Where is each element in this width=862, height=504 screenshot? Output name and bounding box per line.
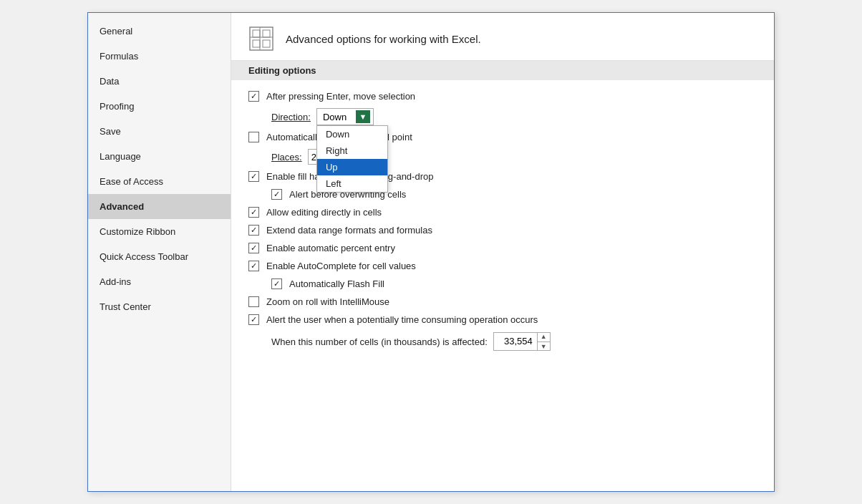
sidebar-item-add-ins[interactable]: Add-ins	[88, 269, 231, 294]
checkmark-enable-percent: ✓	[251, 244, 257, 252]
checkmark-flash-fill: ✓	[273, 280, 280, 288]
spinner-down[interactable]: ▼	[538, 342, 550, 352]
checkbox-enable-fill[interactable]: ✓	[248, 171, 259, 182]
option-enable-percent-row: ✓ Enable automatic percent entry	[248, 239, 757, 257]
page-title: Advanced options for working with Excel.	[286, 33, 481, 45]
direction-option-down[interactable]: Down	[317, 126, 387, 142]
spinner-up[interactable]: ▲	[538, 332, 550, 342]
checkbox-alert-time[interactable]: ✓	[248, 314, 259, 325]
direction-dropdown-menu: Down Right Up Left	[316, 125, 388, 193]
svg-rect-1	[253, 30, 260, 37]
label-allow-editing: Allow editing directly in cells	[266, 207, 382, 218]
svg-rect-4	[263, 40, 270, 47]
direction-label: Direction:	[271, 112, 311, 122]
checkmark-alert-time: ✓	[251, 316, 257, 324]
checkmark-autocomplete: ✓	[251, 262, 257, 270]
checkmark-alert-overwrite: ✓	[273, 190, 280, 198]
main-content: Editing options ✓ After pressing Enter, …	[231, 61, 774, 491]
checkbox-enable-percent[interactable]: ✓	[248, 243, 259, 253]
excel-options-dialog: General Formulas Data Proofing Save Lang…	[87, 12, 775, 492]
option-flash-fill-row: ✓ Automatically Flash Fill	[248, 275, 757, 293]
cells-affected-value: 33,554	[494, 332, 537, 351]
sidebar-item-customize-ribbon[interactable]: Customize Ribbon	[88, 219, 231, 244]
section-editing-options-header: Editing options	[231, 61, 774, 80]
direction-row: Direction: Down ▼ Down Right Up Left	[248, 105, 757, 128]
checkmark-enable-fill: ✓	[251, 173, 257, 180]
sidebar-item-advanced[interactable]: Advanced	[88, 194, 231, 219]
label-extend-formats: Extend data range formats and formulas	[266, 225, 432, 236]
sidebar-item-save[interactable]: Save	[88, 119, 231, 144]
checkbox-after-enter[interactable]: ✓	[248, 91, 259, 102]
svg-rect-3	[253, 40, 260, 47]
option-allow-editing-row: ✓ Allow editing directly in cells	[248, 203, 757, 221]
main-panel: Advanced options for working with Excel.…	[231, 13, 774, 491]
option-extend-formats-row: ✓ Extend data range formats and formulas	[248, 221, 757, 239]
sidebar-item-quick-access-toolbar[interactable]: Quick Access Toolbar	[88, 244, 231, 269]
direction-dropdown-button[interactable]: Down ▼	[316, 108, 374, 125]
options-area: ✓ After pressing Enter, move selection D…	[231, 87, 774, 354]
cells-affected-spinners: ▲ ▼	[537, 332, 550, 351]
option-autocomplete-row: ✓ Enable AutoComplete for cell values	[248, 257, 757, 275]
checkbox-extend-formats[interactable]: ✓	[248, 225, 259, 236]
direction-option-right[interactable]: Right	[317, 142, 387, 159]
cells-affected-row: When this number of cells (in thousands)…	[248, 329, 757, 354]
svg-rect-0	[250, 27, 273, 50]
checkbox-alert-overwrite[interactable]: ✓	[271, 189, 282, 200]
direction-dropdown-arrow[interactable]: ▼	[356, 110, 370, 123]
sidebar-item-formulas[interactable]: Formulas	[88, 44, 231, 69]
sidebar-item-proofing[interactable]: Proofing	[88, 94, 231, 119]
checkbox-auto-decimal[interactable]	[248, 132, 259, 142]
places-label: Places:	[271, 152, 302, 163]
checkbox-autocomplete[interactable]: ✓	[248, 261, 259, 271]
label-after-enter: After pressing Enter, move selection	[266, 91, 415, 102]
checkbox-allow-editing[interactable]: ✓	[248, 207, 259, 218]
option-alert-time-row: ✓ Alert the user when a potentially time…	[248, 311, 757, 329]
sidebar-item-language[interactable]: Language	[88, 144, 231, 169]
checkbox-zoom-roll[interactable]	[248, 296, 259, 307]
sidebar: General Formulas Data Proofing Save Lang…	[88, 13, 231, 491]
checkmark-allow-editing: ✓	[251, 208, 257, 216]
cells-affected-label: When this number of cells (in thousands)…	[271, 336, 488, 347]
label-enable-percent: Enable automatic percent entry	[266, 243, 395, 253]
sidebar-item-data[interactable]: Data	[88, 69, 231, 94]
main-header: Advanced options for working with Excel.	[231, 13, 774, 61]
label-autocomplete: Enable AutoComplete for cell values	[266, 261, 416, 271]
sidebar-item-ease-of-access[interactable]: Ease of Access	[88, 169, 231, 194]
label-zoom-roll: Zoom on roll with IntelliMouse	[266, 296, 389, 307]
option-after-enter-row: ✓ After pressing Enter, move selection	[248, 87, 757, 105]
svg-rect-2	[263, 30, 270, 37]
checkmark-extend-formats: ✓	[251, 226, 257, 234]
sidebar-item-trust-center[interactable]: Trust Center	[88, 294, 231, 319]
checkbox-flash-fill[interactable]: ✓	[271, 278, 282, 289]
direction-dropdown-wrapper: Down ▼ Down Right Up Left	[316, 108, 374, 125]
option-zoom-roll-row: Zoom on roll with IntelliMouse	[248, 293, 757, 311]
direction-selected-value: Down	[323, 112, 352, 122]
direction-option-up[interactable]: Up	[317, 159, 387, 175]
sidebar-item-general[interactable]: General	[88, 19, 231, 44]
excel-icon	[248, 26, 274, 52]
direction-option-left[interactable]: Left	[317, 175, 387, 192]
cells-affected-input-wrapper: 33,554 ▲ ▼	[493, 332, 551, 351]
checkmark-after-enter: ✓	[251, 92, 257, 100]
label-alert-time: Alert the user when a potentially time c…	[266, 314, 538, 325]
label-flash-fill: Automatically Flash Fill	[289, 278, 384, 289]
